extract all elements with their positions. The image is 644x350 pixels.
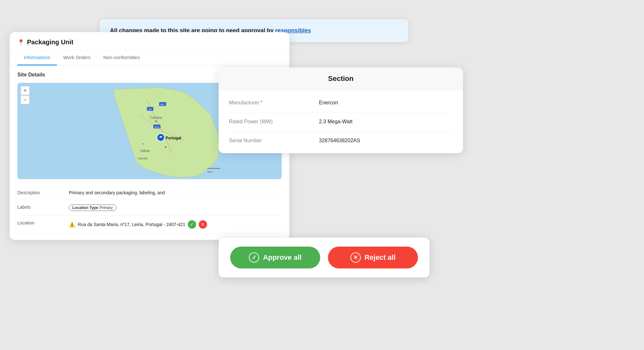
approve-label: Approve all (263, 253, 302, 262)
section-card: Section Manufacturer* Enercon Rated Powe… (219, 67, 463, 153)
tag-value: Primary (99, 206, 113, 210)
description-value: Primary and secondary packaging, labelin… (69, 190, 165, 195)
map-zoom-out[interactable]: − (21, 95, 30, 104)
location-value: ⚠️ Rua da Santa Maria, nº17, Leiria, Por… (69, 220, 207, 229)
labels-value: Location Type Primary (69, 205, 116, 211)
location-text: Rua da Santa Maria, nº17, Leiria, Portug… (78, 222, 185, 227)
serial-number-label: Serial Number (229, 138, 319, 144)
manufacturer-value: Enercon (319, 100, 338, 106)
svg-text:A1: A1 (149, 108, 152, 111)
action-card: ✓ Approve all ✕ Reject all (219, 238, 430, 277)
description-label: Description (17, 190, 69, 195)
svg-rect-11 (207, 168, 220, 169)
reject-location-button[interactable]: ✕ (199, 220, 207, 229)
svg-text:Cascais: Cascais (137, 157, 148, 160)
map-controls: + − (21, 86, 30, 104)
svg-text:Portugal: Portugal (166, 136, 181, 140)
manufacturer-row: Manufacturer* Enercon (229, 93, 453, 112)
approve-icon: ✓ (249, 252, 259, 263)
location-type-tag: Location Type Primary (69, 205, 116, 211)
rated-power-value: 2.3 Mega-Watt (319, 119, 352, 125)
reject-label: Reject all (365, 253, 396, 262)
tab-informations[interactable]: Informations (17, 50, 57, 66)
location-label: Location (17, 220, 69, 225)
warning-icon: ⚠️ (69, 222, 75, 228)
rated-power-row: Rated Power (MW) 2.3 Mega-Watt (229, 112, 453, 131)
location-row: Location ⚠️ Rua da Santa Maria, nº17, Le… (17, 216, 282, 233)
svg-text:Lisboa: Lisboa (140, 149, 150, 153)
tab-non-conformities[interactable]: Non-conformities (97, 50, 146, 66)
svg-text:Coimbra: Coimbra (150, 116, 162, 119)
rated-power-label: Rated Power (MW) (229, 119, 319, 125)
location-pin-icon: 📍 (17, 39, 24, 46)
tabs-bar: Informations Work Orders Non-conformitie… (10, 50, 289, 66)
svg-point-7 (142, 143, 144, 144)
approve-all-button[interactable]: ✓ Approve all (230, 247, 320, 268)
labels-row: Labels Location Type Primary (17, 200, 282, 216)
section-card-title: Section (328, 74, 353, 83)
svg-text:5km: 5km (207, 171, 212, 173)
location-header: 📍 Packaging Unit (10, 32, 289, 50)
svg-text:A17: A17 (160, 103, 165, 106)
required-star: * (260, 100, 262, 105)
svg-text:A13: A13 (155, 126, 159, 128)
svg-point-6 (165, 146, 167, 148)
tag-key: Location Type (72, 206, 98, 210)
reject-icon: ✕ (350, 252, 361, 263)
serial-number-row: Serial Number 328764638202AS (229, 131, 453, 150)
manufacturer-label: Manufacturer* (229, 100, 319, 106)
section-card-body: Manufacturer* Enercon Rated Power (MW) 2… (219, 90, 463, 153)
description-row: Description Primary and secondary packag… (17, 186, 282, 200)
approve-location-button[interactable]: ✓ (188, 220, 196, 229)
serial-number-value: 328764638202AS (319, 138, 360, 144)
section-card-header: Section (219, 67, 463, 90)
svg-point-5 (155, 120, 157, 122)
reject-all-button[interactable]: ✕ Reject all (328, 247, 418, 268)
tab-work-orders[interactable]: Work Orders (57, 50, 97, 66)
labels-label: Labels (17, 205, 69, 210)
location-title: Packaging Unit (27, 39, 73, 46)
map-zoom-in[interactable]: + (21, 86, 30, 95)
